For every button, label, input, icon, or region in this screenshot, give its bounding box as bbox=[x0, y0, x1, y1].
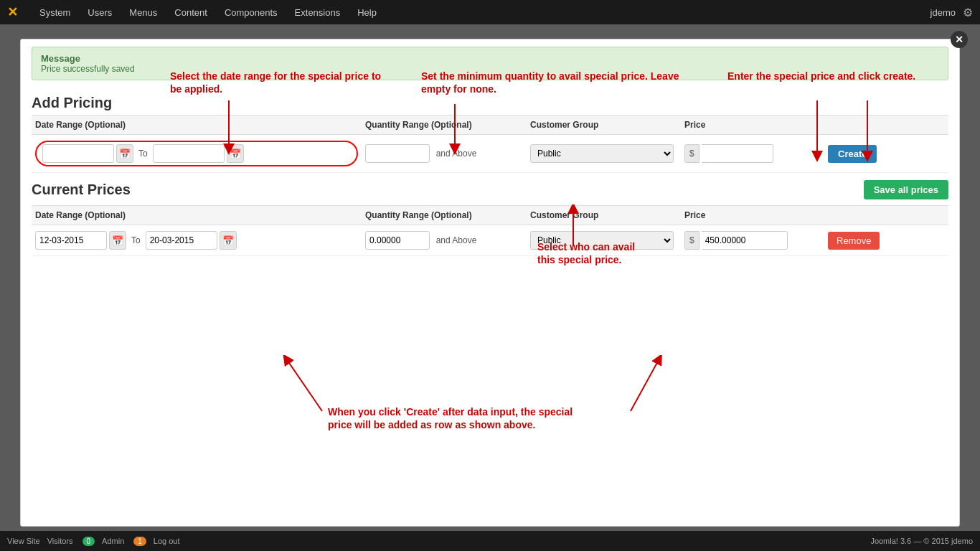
navbar-items: System Users Menus Content Components Ex… bbox=[32, 4, 930, 21]
date-end-calendar-button[interactable]: 📅 bbox=[227, 144, 244, 163]
current-prices-section: Current Prices Save all prices Date Rang… bbox=[21, 173, 959, 256]
nav-users[interactable]: Users bbox=[80, 4, 119, 21]
and-above-label: and Above bbox=[436, 149, 477, 159]
cur-header-date-range: Date Range (Optional) bbox=[32, 210, 362, 220]
remove-button[interactable]: Remove bbox=[828, 232, 880, 250]
view-site-link[interactable]: View Site bbox=[7, 537, 40, 545]
cur-header-price: Price bbox=[681, 210, 824, 220]
date-start-input[interactable] bbox=[42, 144, 114, 163]
date-range-cell: 📅 To 📅 bbox=[32, 141, 362, 166]
price-cell: $ bbox=[681, 144, 824, 163]
add-pricing-row: 📅 To 📅 and Above Public bbox=[32, 135, 948, 173]
admin-label: Admin bbox=[102, 537, 124, 545]
cur-price-cell: $ bbox=[681, 231, 824, 250]
navbar-user[interactable]: jdemo bbox=[930, 7, 956, 18]
nav-components[interactable]: Components bbox=[217, 4, 285, 21]
cur-date-start-cal[interactable]: 📅 bbox=[109, 231, 126, 250]
message-title: Message bbox=[41, 53, 939, 64]
add-pricing-form: Date Range (Optional) Quantity Range (Op… bbox=[21, 115, 959, 173]
cur-and-above-label: and Above bbox=[436, 235, 477, 245]
gear-icon[interactable]: ⚙ bbox=[963, 6, 973, 19]
current-prices-title: Current Prices bbox=[32, 182, 131, 198]
annotation-create-info: When you click 'Create' after data input… bbox=[328, 405, 737, 431]
header-price: Price bbox=[681, 120, 824, 130]
date-end-input[interactable] bbox=[153, 144, 225, 163]
logout-link[interactable]: Log out bbox=[154, 537, 180, 545]
nav-extensions[interactable]: Extensions bbox=[288, 4, 348, 21]
add-pricing-title: Add Pricing bbox=[21, 88, 959, 115]
current-price-row: 📅 To 📅 and Above Public bbox=[32, 225, 948, 256]
action-cell: Create bbox=[824, 145, 948, 163]
message-text: Price successfully saved bbox=[41, 64, 939, 74]
cur-header-customer-group: Customer Group bbox=[527, 210, 681, 220]
arrow-5b bbox=[616, 355, 674, 413]
customer-group-select[interactable]: Public bbox=[530, 144, 674, 163]
bottom-left: View Site Visitors 0 Admin 1 Log out bbox=[7, 537, 180, 546]
current-prices-header: Current Prices Save all prices bbox=[32, 180, 948, 199]
cur-to-label: To bbox=[131, 235, 141, 245]
cur-action-cell: Remove bbox=[824, 232, 948, 250]
price-input[interactable] bbox=[702, 144, 773, 163]
header-qty-range: Quantity Range (Optional) bbox=[362, 120, 527, 130]
header-action bbox=[824, 120, 948, 130]
nav-menus[interactable]: Menus bbox=[122, 4, 164, 21]
cur-header-qty: Quantity Range (Optional) bbox=[362, 210, 527, 220]
form-header: Date Range (Optional) Quantity Range (Op… bbox=[32, 115, 948, 135]
nav-help[interactable]: Help bbox=[350, 4, 384, 21]
cur-customer-group-select[interactable]: Public bbox=[530, 231, 674, 250]
header-customer-group: Customer Group bbox=[527, 120, 681, 130]
qty-input[interactable] bbox=[365, 144, 430, 163]
arrow-5a bbox=[279, 355, 336, 413]
bottom-bar: View Site Visitors 0 Admin 1 Log out Joo… bbox=[0, 531, 980, 551]
cur-qty-input[interactable] bbox=[365, 231, 430, 250]
dollar-sign: $ bbox=[684, 144, 699, 163]
svg-line-5 bbox=[286, 359, 322, 411]
close-button[interactable]: ✕ bbox=[951, 31, 968, 48]
cur-dollar-sign: $ bbox=[684, 231, 699, 250]
navbar: ✕ System Users Menus Content Components … bbox=[0, 0, 980, 24]
price-group: $ bbox=[684, 144, 821, 163]
navbar-brand: ✕ bbox=[7, 4, 18, 20]
svg-line-6 bbox=[631, 359, 659, 411]
create-button[interactable]: Create bbox=[828, 145, 877, 163]
customer-group-cell: Public bbox=[527, 144, 681, 163]
navbar-right: jdemo ⚙ bbox=[930, 6, 973, 19]
cur-date-start-input[interactable] bbox=[35, 231, 107, 250]
page-background: ✕ Message Price successfully saved Selec… bbox=[0, 24, 980, 531]
cur-date-end-cal[interactable]: 📅 bbox=[220, 231, 237, 250]
visitors-count: 0 bbox=[83, 537, 95, 546]
nav-system[interactable]: System bbox=[32, 4, 77, 21]
message-box: Message Price successfully saved bbox=[32, 47, 948, 80]
cur-customer-group-cell: Public bbox=[527, 231, 681, 250]
cur-header-action bbox=[824, 210, 948, 220]
qty-cell: and Above bbox=[362, 144, 527, 163]
cur-price-group: $ bbox=[684, 231, 821, 250]
cur-date-range-cell: 📅 To 📅 bbox=[32, 231, 362, 250]
to-label: To bbox=[138, 149, 148, 159]
header-date-range: Date Range (Optional) bbox=[32, 120, 362, 130]
current-prices-form-header: Date Range (Optional) Quantity Range (Op… bbox=[32, 205, 948, 225]
cur-price-input[interactable] bbox=[702, 231, 788, 250]
cur-date-end-input[interactable] bbox=[146, 231, 217, 250]
nav-content[interactable]: Content bbox=[167, 4, 215, 21]
save-all-button[interactable]: Save all prices bbox=[864, 180, 948, 199]
cur-qty-cell: and Above bbox=[362, 231, 527, 250]
date-input-group: 📅 To 📅 bbox=[35, 141, 358, 166]
joomla-version: Joomla! 3.6 — © 2015 jdemo bbox=[870, 537, 973, 545]
admin-count: 1 bbox=[133, 537, 146, 546]
visitors-label: Visitors bbox=[47, 537, 73, 545]
date-start-calendar-button[interactable]: 📅 bbox=[116, 144, 133, 163]
modal-dialog: ✕ Message Price successfully saved Selec… bbox=[20, 39, 960, 527]
